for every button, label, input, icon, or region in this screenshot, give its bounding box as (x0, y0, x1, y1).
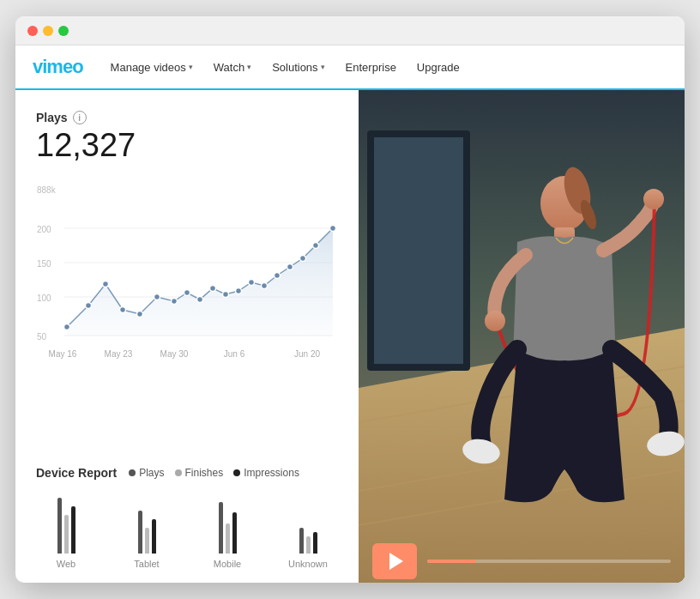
nav-solutions[interactable]: Solutions ▾ (272, 61, 324, 74)
device-report: Device Report Plays Finishes Impressi (36, 466, 338, 569)
svg-point-9 (64, 324, 70, 330)
plays-legend-label: Plays (139, 467, 164, 479)
impressions-legend-label: Impressions (244, 467, 299, 479)
svg-text:150: 150 (37, 259, 51, 269)
device-bars-container: Web Tablet (36, 492, 338, 569)
main-content: Plays i 12,327 888k 200 150 100 50 (15, 90, 685, 583)
left-panel: Plays i 12,327 888k 200 150 100 50 (15, 90, 359, 583)
svg-point-10 (86, 302, 92, 308)
chevron-down-icon: ▾ (247, 63, 251, 71)
svg-point-13 (137, 311, 143, 317)
minimize-button[interactable] (43, 26, 53, 36)
svg-text:Jun 6: Jun 6 (224, 349, 245, 359)
analytics-chart: 888k 200 150 100 50 (36, 181, 338, 370)
traffic-lights (27, 26, 69, 36)
mobile-impressions-bar (232, 512, 237, 554)
svg-point-15 (172, 298, 178, 304)
svg-point-25 (300, 255, 306, 261)
play-icon (389, 553, 403, 570)
title-bar (15, 16, 685, 45)
svg-point-16 (184, 289, 190, 295)
right-panel (359, 90, 685, 583)
web-finishes-bar (64, 515, 69, 554)
navbar: vimeo Manage videos ▾ Watch ▾ Solutions … (15, 45, 685, 90)
tablet-label: Tablet (134, 559, 159, 569)
device-group-unknown: Unknown (278, 492, 338, 569)
close-button[interactable] (27, 26, 38, 36)
nav-manage-videos[interactable]: Manage videos ▾ (111, 61, 193, 74)
svg-point-12 (120, 306, 126, 312)
video-image (359, 90, 685, 583)
unknown-finishes-bar (306, 536, 311, 554)
mobile-bars (219, 492, 237, 554)
web-plays-bar (57, 498, 62, 554)
play-button[interactable] (372, 543, 417, 579)
plays-count: 12,327 (36, 128, 338, 164)
device-report-title: Device Report (36, 466, 117, 480)
nav-upgrade[interactable]: Upgrade (417, 61, 460, 74)
chevron-down-icon: ▾ (189, 63, 193, 71)
video-controls (359, 540, 685, 583)
plays-section: Plays i 12,327 (36, 111, 338, 164)
chart-container: 888k 200 150 100 50 (36, 181, 338, 454)
video-scene (359, 90, 685, 583)
unknown-impressions-bar (313, 532, 317, 554)
svg-point-49 (485, 311, 505, 331)
mobile-label: Mobile (214, 559, 241, 569)
progress-bar-fill (427, 560, 476, 563)
svg-point-21 (249, 279, 255, 285)
tablet-plays-bar (138, 511, 142, 554)
nav-watch[interactable]: Watch ▾ (214, 61, 251, 74)
info-icon[interactable]: i (73, 111, 87, 124)
web-impressions-bar (71, 506, 75, 554)
tablet-bars (138, 492, 156, 554)
legend-items: Plays Finishes Impressions (129, 467, 299, 479)
nav-enterprise-label: Enterprise (346, 61, 396, 74)
device-group-mobile: Mobile (197, 492, 257, 569)
svg-point-27 (330, 225, 336, 231)
svg-point-17 (197, 296, 203, 302)
svg-point-14 (154, 293, 160, 300)
tablet-impressions-bar (152, 519, 156, 554)
svg-point-48 (643, 189, 664, 209)
svg-point-23 (275, 272, 281, 278)
device-group-tablet: Tablet (117, 492, 177, 569)
device-group-web: Web (36, 492, 96, 569)
svg-text:200: 200 (37, 225, 51, 234)
chevron-down-icon: ▾ (321, 63, 325, 71)
svg-point-20 (236, 287, 242, 293)
svg-text:Jun 20: Jun 20 (294, 349, 320, 359)
svg-text:888k: 888k (37, 185, 57, 195)
unknown-label: Unknown (288, 559, 328, 569)
unknown-bars (299, 492, 317, 554)
progress-bar-container[interactable] (427, 560, 671, 563)
impressions-dot (233, 469, 240, 476)
svg-text:50: 50 (37, 332, 47, 342)
web-bars (57, 492, 75, 554)
svg-text:100: 100 (37, 293, 51, 303)
maximize-button[interactable] (58, 26, 69, 36)
svg-point-11 (103, 281, 109, 287)
video-background (359, 90, 685, 583)
nav-enterprise[interactable]: Enterprise (346, 61, 396, 74)
svg-text:May 23: May 23 (105, 349, 133, 359)
mobile-finishes-bar (226, 523, 230, 554)
nav-manage-videos-label: Manage videos (111, 61, 186, 74)
svg-text:May 16: May 16 (49, 349, 77, 359)
plays-dot (129, 469, 136, 476)
vimeo-logo[interactable]: vimeo (33, 56, 83, 78)
nav-upgrade-label: Upgrade (417, 61, 460, 74)
web-label: Web (57, 559, 75, 569)
tablet-finishes-bar (145, 528, 149, 554)
svg-point-24 (287, 263, 293, 269)
unknown-plays-bar (299, 528, 304, 554)
finishes-legend-label: Finishes (185, 467, 224, 479)
legend-finishes: Finishes (175, 467, 224, 479)
svg-point-19 (223, 291, 229, 297)
plays-label: Plays i (36, 111, 338, 124)
svg-point-26 (313, 242, 319, 248)
svg-rect-41 (374, 137, 463, 364)
legend-impressions: Impressions (233, 467, 299, 479)
svg-point-18 (210, 285, 216, 291)
device-report-header: Device Report Plays Finishes Impressi (36, 466, 338, 480)
